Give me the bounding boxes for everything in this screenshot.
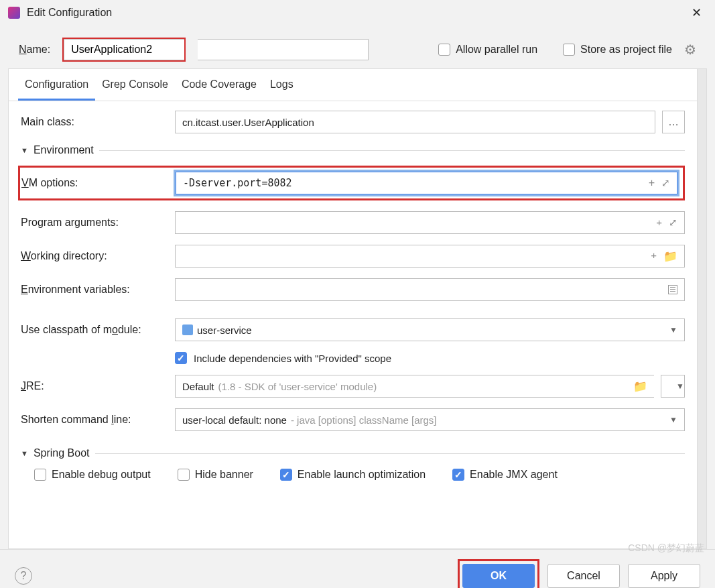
vm-options-label: VM options: (21, 177, 169, 189)
enable-jmx-checkbox[interactable] (452, 469, 464, 481)
plus-icon[interactable]: + (656, 217, 662, 229)
jre-field[interactable]: Default (1.8 - SDK of 'user-service' mod… (175, 375, 654, 398)
main-class-label: Main class: (21, 116, 168, 128)
window-title: Edit Configuration (27, 7, 686, 19)
program-args-label: Program arguments: (21, 217, 168, 229)
working-dir-field[interactable]: + 📁 (175, 245, 685, 268)
help-icon[interactable]: ? (15, 567, 32, 585)
chevron-down-icon: ▼ (669, 415, 677, 424)
include-provided-label: Include dependencies with "Provided" sco… (194, 353, 391, 364)
vm-options-field[interactable]: -Dserver.port=8082 + ⤢ (176, 172, 677, 194)
chevron-down-icon: ▼ (21, 449, 28, 457)
env-vars-label: Environment variables: (21, 284, 168, 296)
enable-launch-checkbox[interactable] (280, 469, 292, 481)
main-class-field[interactable]: cn.itcast.user.UserApplication (175, 111, 655, 133)
main-class-browse[interactable]: … (662, 111, 685, 133)
shorten-label: Shorten command line: (21, 414, 168, 426)
environment-section-header[interactable]: ▼ Environment (21, 144, 685, 156)
name-label: Name: (19, 44, 50, 56)
plus-icon[interactable]: + (649, 177, 655, 189)
tab-configuration[interactable]: Configuration (18, 69, 95, 101)
chevron-down-icon: ▼ (669, 325, 677, 335)
allow-parallel-checkbox[interactable] (438, 44, 450, 56)
enable-debug-label: Enable debug output (52, 469, 151, 481)
apply-button[interactable]: Apply (628, 564, 700, 588)
module-icon (182, 325, 193, 335)
program-args-field[interactable]: + ⤢ (175, 211, 685, 234)
name-input-extra[interactable] (198, 39, 369, 60)
tab-code-coverage[interactable]: Code Coverage (175, 69, 263, 101)
scrollbar[interactable] (698, 68, 707, 549)
chevron-down-icon: ▼ (21, 146, 28, 154)
jre-dropdown[interactable]: ▼ (661, 375, 685, 398)
hide-banner-label: Hide banner (195, 469, 253, 481)
ok-highlight-box: OK (458, 559, 539, 588)
expand-icon[interactable]: ⤢ (669, 217, 677, 229)
working-dir-label: Working directory: (21, 250, 168, 262)
name-input[interactable] (64, 39, 184, 60)
close-icon[interactable]: ✕ (686, 5, 707, 20)
enable-jmx-label: Enable JMX agent (470, 469, 558, 481)
plus-icon[interactable]: + (651, 249, 657, 263)
app-icon (8, 7, 20, 19)
tab-logs[interactable]: Logs (263, 69, 300, 101)
classpath-field[interactable]: user-service ▼ (175, 318, 685, 341)
allow-parallel-label: Allow parallel run (456, 44, 537, 56)
shorten-field[interactable]: user-local default: none - java [options… (175, 408, 685, 431)
jre-label: JRE: (21, 380, 168, 392)
classpath-label: Use classpath of module: (21, 324, 168, 336)
include-provided-checkbox[interactable] (175, 352, 187, 364)
vm-options-highlight-box: VM options: -Dserver.port=8082 + ⤢ (18, 166, 685, 200)
springboot-section-header[interactable]: ▼ Spring Boot (21, 447, 685, 459)
name-highlight-box (62, 38, 186, 62)
enable-launch-label: Enable launch optimization (298, 469, 426, 481)
folder-icon[interactable]: 📁 (633, 379, 647, 394)
tab-grep-console[interactable]: Grep Console (95, 69, 175, 101)
hide-banner-checkbox[interactable] (178, 469, 190, 481)
expand-icon[interactable]: ⤢ (661, 177, 670, 189)
enable-debug-checkbox[interactable] (34, 469, 46, 481)
folder-icon[interactable]: 📁 (663, 249, 677, 263)
cancel-button[interactable]: Cancel (547, 564, 620, 588)
store-project-checkbox[interactable] (563, 44, 575, 56)
ok-button[interactable]: OK (462, 564, 535, 588)
env-vars-field[interactable] (175, 278, 685, 301)
list-icon[interactable] (668, 285, 677, 294)
gear-icon[interactable]: ⚙ (684, 42, 696, 58)
store-project-label: Store as project file (580, 44, 672, 56)
